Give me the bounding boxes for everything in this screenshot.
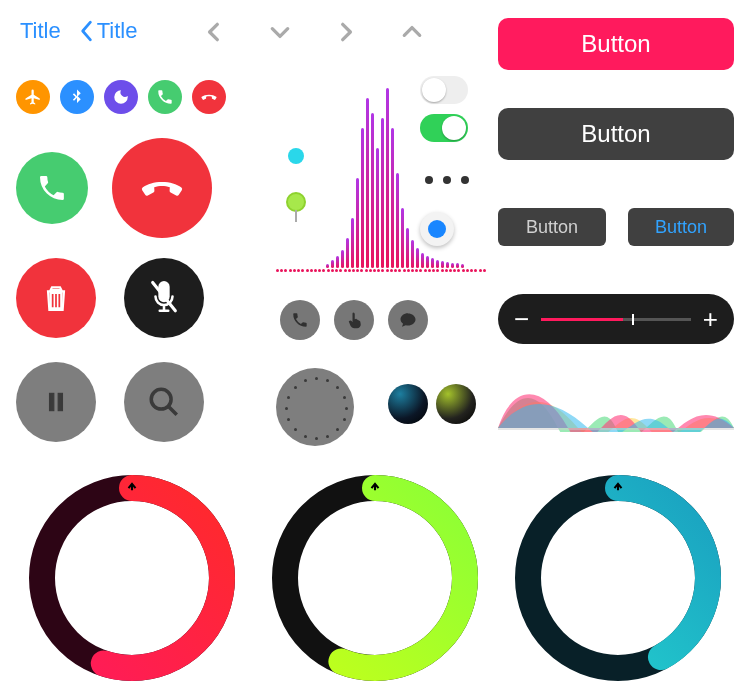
radio-selected[interactable] [420,212,454,246]
secondary-button[interactable]: Button [498,108,734,160]
chevron-left-icon[interactable] [200,18,228,46]
back-button[interactable]: Title [79,18,138,44]
arrow-right-icon [123,477,141,495]
activity-ring-cyan[interactable] [508,468,728,688]
chevron-right-icon[interactable] [332,18,360,46]
chat-icon[interactable] [388,300,428,340]
volume-slider[interactable]: − + [498,294,734,344]
activity-ring-green[interactable] [265,468,485,688]
minus-icon[interactable]: − [514,304,529,335]
svg-line-4 [168,406,177,415]
svg-rect-2 [58,393,62,410]
svg-point-3 [151,389,171,409]
orb-blue-icon [388,384,428,424]
search-button[interactable] [124,362,204,442]
hangup-icon[interactable] [192,80,226,114]
back-title-label: Title [97,18,138,44]
status-row [16,80,226,114]
svg-rect-1 [50,393,54,410]
dial-button[interactable] [276,368,354,446]
orb-green-icon [436,384,476,424]
phone-icon[interactable] [280,300,320,340]
airplane-mode-icon[interactable] [16,80,50,114]
chevron-left-icon [79,20,93,42]
slider-track[interactable] [541,318,691,321]
siri-wave-chart [498,378,734,432]
small-button-grey[interactable]: Button [498,208,606,246]
ellipsis-icon[interactable] [425,176,469,184]
pause-button[interactable] [16,362,96,442]
chevron-down-icon[interactable] [266,18,294,46]
phone-icon[interactable] [148,80,182,114]
toggle-off[interactable] [420,76,468,104]
plus-icon[interactable]: + [703,304,718,335]
decline-call-button[interactable] [112,138,212,238]
accept-call-button[interactable] [16,152,88,224]
orbs [388,384,476,424]
small-button-blue[interactable]: Button [628,208,734,246]
title-link[interactable]: Title [20,18,61,44]
do-not-disturb-icon[interactable] [104,80,138,114]
activity-ring-red[interactable] [22,468,242,688]
mute-button[interactable] [124,258,204,338]
arrow-right-icon [366,477,384,495]
toggle-on[interactable] [420,114,468,142]
arrow-right-icon [609,477,627,495]
delete-button[interactable] [16,258,96,338]
touch-icon[interactable] [334,300,374,340]
chevron-up-icon[interactable] [398,18,426,46]
bluetooth-icon[interactable] [60,80,94,114]
primary-button[interactable]: Button [498,18,734,70]
